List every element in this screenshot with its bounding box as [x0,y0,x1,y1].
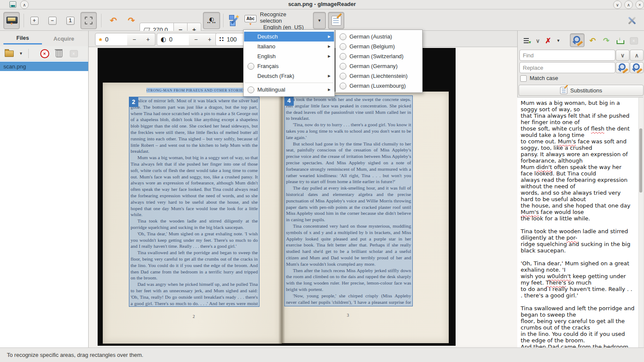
match-case-label: Match case [530,75,558,81]
selection-region-2[interactable]: y a slice of mirror left. Most of it was… [129,97,259,307]
page-paragraph: The day pulled at every ink-smelling hou… [286,185,411,223]
replace-input[interactable]: Replace [519,62,615,73]
tab-acquire[interactable]: Acquire [43,33,85,45]
redo-icon: ↷ [603,37,609,45]
submenu-arrow-icon: ▶ [328,74,331,78]
add-images-dropdown[interactable]: ▼ [16,47,26,59]
output-pane-toggle[interactable] [328,12,344,29]
recognize-label: Recognize selection [260,11,307,24]
autodetect-layout-button[interactable]: ★ [226,13,242,28]
remove-icon: × [40,49,49,58]
show-controls-toggle[interactable]: ▼ [3,12,20,29]
menu-item-deutsch-frak[interactable]: Deutsch (Frak)▶ [244,71,334,81]
menu-item-label: German (Luxembourg) [349,83,418,89]
radio-icon [340,63,346,70]
find-input[interactable]: Find [519,50,615,61]
match-case-checkbox[interactable] [520,75,527,82]
radio-icon [340,53,346,60]
insert-mode-button[interactable]: ▼ [521,34,534,47]
rotate-left-button[interactable]: ↶ [105,13,122,28]
menu-item-german-switzerland[interactable]: German (Switzerland) [336,51,422,61]
file-list: scan.png [0,61,88,347]
menu-item-multilingual[interactable]: Multilingual▶ [244,85,334,95]
brightness-icon: * [99,39,102,43]
zoom-original-button[interactable]: 1 [63,13,78,28]
zoom-one-icon: 1 [66,17,75,25]
selection-region-4[interactable]: Tina took the broom with her and she swe… [284,95,413,306]
menu-separator [245,83,333,83]
maximize-button[interactable]: ∧ [624,0,633,9]
menu-item-deutsch[interactable]: Deutsch▶ [244,32,334,42]
find-replace-toggle[interactable] [570,33,584,47]
right-page-number: 3 [347,313,349,317]
insert-mode-dropdown[interactable]: ∨ [534,34,542,47]
contrast-increase-button[interactable]: + [203,33,217,46]
zoom-out-button[interactable]: − [45,13,60,28]
zoom-fit-button[interactable] [80,12,97,29]
find-next-button[interactable]: ∨ [616,50,629,61]
menu-item-label: English [257,53,324,59]
dropdown-caret-icon: ▼ [557,39,561,43]
minimize-button[interactable]: ∨ [613,0,622,9]
add-images-button[interactable] [3,47,15,59]
menu-item-label: German (Austria) [349,33,418,40]
undo-button[interactable]: ↶ [586,34,599,47]
output-scrollbar-thumb[interactable] [639,128,642,193]
radio-icon [247,86,254,93]
find-placeholder: Find [523,52,534,59]
submenu-arrow-icon: ▶ [328,45,331,48]
recognize-abc-icon: Abc▼ [244,15,256,26]
strip-crlf-button[interactable]: ✗ [543,34,554,47]
clear-list-button[interactable]: × [67,47,80,59]
find-prev-button[interactable]: ∧ [630,50,644,61]
page-paragraph: 'Tina, now do try to hurry . . . there's… [286,122,411,140]
replace-all-button[interactable] [630,62,644,73]
resolution-icon: ∷ [219,36,224,43]
menu-item-german-luxembourg[interactable]: German (Luxembourg) [336,81,422,91]
settings-button[interactable] [623,12,641,29]
left-page-number: 2 [193,314,195,319]
replace-placeholder: Replace [523,65,543,71]
clear-output-button[interactable]: × [627,34,640,47]
substitutions-button[interactable]: Substitutions [519,85,644,96]
brightness-increase-button[interactable]: + [141,33,155,46]
tab-files[interactable]: Files [3,33,42,45]
replace-button[interactable] [616,62,629,73]
strip-crlf-dropdown[interactable]: ▼ [555,34,562,47]
image-controls-toggle[interactable]: ◐•• •• [203,12,220,29]
contrast-decrease-button[interactable]: − [189,33,203,46]
menu-item-german-belgium[interactable]: German (Belgium) [336,42,422,51]
submenu-arrow-icon: ▶ [328,35,331,39]
undo-icon: ↶ [589,37,596,45]
remove-image-button[interactable]: × [38,47,51,59]
menu-item-label: German (Germany) [349,63,418,69]
delete-image-button[interactable] [52,47,66,59]
trash-icon [56,50,63,57]
replace-all-icon [632,63,642,72]
recognize-language-dropdown-button[interactable]: ▼ [313,12,326,29]
resolution-value: 100 [227,36,236,43]
save-output-button[interactable]: ↓ [614,34,626,47]
recognize-button[interactable]: Abc▼ Recognize selection English (en_US) [244,12,307,29]
replace-icon [618,63,628,72]
close-button[interactable]: × [635,0,644,9]
menu-item-english[interactable]: English▶ [244,51,334,61]
rotate-right-button[interactable]: ↷ [123,13,140,28]
file-list-item[interactable]: scan.png [0,62,88,71]
page-paragraph: 'Now, young people,' she chirped crisply… [286,293,411,306]
menu-item-german-austria[interactable]: German (Austria) [336,32,422,42]
menu-item-label: Français [257,63,331,69]
rotate-left-icon: ↶ [110,15,117,26]
wrench-icon [626,15,638,26]
output-textarea[interactable]: Mum was a big woman, but big in a soggy … [517,97,638,347]
page-paragraph: Then after the lunch recess Miss Appleby… [286,267,411,293]
menu-item-italiano[interactable]: Italiano▶ [244,42,334,51]
menu-item-label: German (Belgium) [349,43,418,50]
menu-item-german-liechtenstein[interactable]: German (Liechtenstein) [336,71,422,81]
redo-button[interactable]: ↷ [600,34,613,47]
menu-item-german-germany[interactable]: German (Germany) [336,61,422,71]
menu-item-fran-ais[interactable]: Français [244,61,334,71]
status-bar: To recognize specific areas, drag rectan… [0,347,644,362]
brightness-decrease-button[interactable]: − [127,33,142,46]
zoom-in-button[interactable]: + [27,13,42,28]
